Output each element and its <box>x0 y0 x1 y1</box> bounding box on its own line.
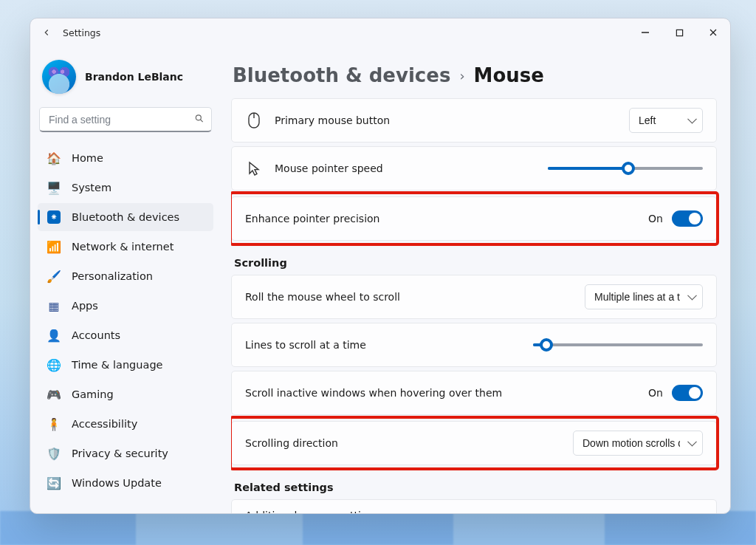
setting-mouse-pointer-speed: Mouse pointer speed <box>231 146 717 191</box>
wifi-icon: 📶 <box>47 240 61 254</box>
sidebar-item-label: Accessibility <box>72 418 137 430</box>
window-title: Settings <box>63 27 100 38</box>
setting-label: Mouse pointer speed <box>275 162 383 174</box>
setting-primary-mouse-button: Primary mouse button Left <box>231 98 717 143</box>
toggle-state-text: On <box>648 387 663 399</box>
sidebar-item-home[interactable]: 🏠 Home <box>38 144 213 172</box>
maximize-button[interactable] <box>662 18 696 47</box>
sidebar-item-gaming[interactable]: 🎮 Gaming <box>38 380 213 408</box>
setting-enhance-pointer-precision: Enhance pointer precision On <box>231 196 717 241</box>
svg-line-5 <box>200 120 202 122</box>
sidebar-item-personalization[interactable]: 🖌️ Personalization <box>38 262 213 290</box>
close-button[interactable] <box>696 18 730 47</box>
person-icon: 👤 <box>47 329 61 343</box>
setting-label: Roll the mouse wheel to scroll <box>245 291 400 303</box>
pointer-speed-slider[interactable] <box>548 160 703 176</box>
highlight-enhance-precision: Enhance pointer precision On <box>231 193 717 244</box>
sidebar-nav: 🏠 Home 🖥️ System ⁕ Bluetooth & devices 📶… <box>38 144 213 497</box>
svg-rect-1 <box>676 30 682 35</box>
search-box <box>39 107 212 132</box>
sidebar-item-apps[interactable]: ▦ Apps <box>38 292 213 320</box>
setting-scrolling-direction: Scrolling direction Down motion scrolls … <box>231 421 717 465</box>
enhance-precision-toggle[interactable] <box>672 210 703 227</box>
bluetooth-icon: ⁕ <box>47 210 61 224</box>
home-icon: 🏠 <box>47 151 61 165</box>
setting-label: Additional mouse settings <box>245 510 379 514</box>
setting-label: Enhance pointer precision <box>245 213 380 224</box>
breadcrumb-parent[interactable]: Bluetooth & devices <box>233 64 450 86</box>
back-button[interactable] <box>38 24 55 41</box>
sidebar-item-label: Gaming <box>72 388 114 400</box>
sidebar-item-accessibility[interactable]: 🧍 Accessibility <box>38 410 213 438</box>
setting-label: Scroll inactive windows when hovering ov… <box>245 387 502 399</box>
section-related-settings: Related settings <box>234 481 717 493</box>
settings-scroll[interactable]: Primary mouse button Left Mouse pointer … <box>231 98 721 513</box>
primary-button-select[interactable]: Left <box>629 108 703 133</box>
breadcrumb: Bluetooth & devices › Mouse <box>233 64 721 86</box>
sidebar-item-label: Home <box>72 152 103 164</box>
globe-clock-icon: 🌐 <box>47 358 61 372</box>
sidebar-item-system[interactable]: 🖥️ System <box>38 174 213 202</box>
chevron-right-icon: › <box>459 68 464 83</box>
toggle-state-text: On <box>648 213 663 224</box>
sidebar-item-time-language[interactable]: 🌐 Time & language <box>38 351 213 379</box>
update-icon: 🔄 <box>47 476 61 490</box>
svg-point-4 <box>196 115 201 120</box>
sidebar-item-label: Bluetooth & devices <box>72 211 179 223</box>
gamepad-icon: 🎮 <box>47 388 61 402</box>
sidebar-item-label: Personalization <box>72 270 153 282</box>
apps-icon: ▦ <box>47 299 61 313</box>
scroll-direction-select[interactable]: Down motion scrolls down <box>573 431 703 456</box>
sidebar-item-windows-update[interactable]: 🔄 Windows Update <box>38 469 213 497</box>
setting-lines-to-scroll: Lines to scroll at a time <box>231 323 717 367</box>
section-scrolling: Scrolling <box>234 257 717 269</box>
setting-roll-mouse-wheel: Roll the mouse wheel to scroll Multiple … <box>231 275 717 319</box>
sidebar-item-label: Windows Update <box>72 477 162 489</box>
inactive-scroll-toggle[interactable] <box>672 385 703 401</box>
search-input[interactable] <box>39 107 212 132</box>
mouse-icon <box>245 112 263 128</box>
wallpaper-stripe <box>0 511 756 545</box>
sidebar-item-privacy-security[interactable]: 🛡️ Privacy & security <box>38 439 213 467</box>
brush-icon: 🖌️ <box>47 270 61 284</box>
settings-window: Settings Brandon LeBlanc <box>30 18 731 514</box>
lines-scroll-slider[interactable] <box>533 337 703 353</box>
shield-icon: 🛡️ <box>47 447 61 461</box>
cursor-icon <box>245 161 263 176</box>
setting-scroll-inactive-windows: Scroll inactive windows when hovering ov… <box>231 371 717 415</box>
page-title: Mouse <box>474 64 544 86</box>
titlebar: Settings <box>30 18 730 47</box>
system-icon: 🖥️ <box>47 181 61 195</box>
profile[interactable]: Brandon LeBlanc <box>38 52 213 98</box>
setting-additional-mouse-settings[interactable]: Additional mouse settings Pointer icons … <box>231 499 717 513</box>
sidebar-item-accounts[interactable]: 👤 Accounts <box>38 321 213 349</box>
sidebar: Brandon LeBlanc 🏠 Home 🖥️ System ⁕ <box>30 47 221 513</box>
highlight-scroll-direction: Scrolling direction Down motion scrolls … <box>231 418 717 468</box>
avatar <box>42 60 76 94</box>
sidebar-item-network[interactable]: 📶 Network & internet <box>38 233 213 261</box>
window-controls <box>628 18 730 47</box>
accessibility-icon: 🧍 <box>47 417 61 431</box>
sidebar-item-bluetooth-devices[interactable]: ⁕ Bluetooth & devices <box>38 203 213 231</box>
sidebar-item-label: System <box>72 182 111 193</box>
profile-name: Brandon LeBlanc <box>85 71 183 83</box>
main-content: Bluetooth & devices › Mouse Primary mous… <box>221 47 730 513</box>
sidebar-item-label: Time & language <box>72 359 163 371</box>
setting-label: Scrolling direction <box>245 437 338 449</box>
sidebar-item-label: Apps <box>72 300 98 312</box>
sidebar-item-label: Privacy & security <box>72 448 168 459</box>
minimize-button[interactable] <box>628 18 662 47</box>
wheel-roll-select[interactable]: Multiple lines at a time <box>585 284 703 309</box>
search-icon <box>194 114 205 126</box>
setting-label: Primary mouse button <box>275 114 390 126</box>
sidebar-item-label: Network & internet <box>72 241 173 253</box>
sidebar-item-label: Accounts <box>72 329 120 341</box>
setting-label: Lines to scroll at a time <box>245 339 366 351</box>
